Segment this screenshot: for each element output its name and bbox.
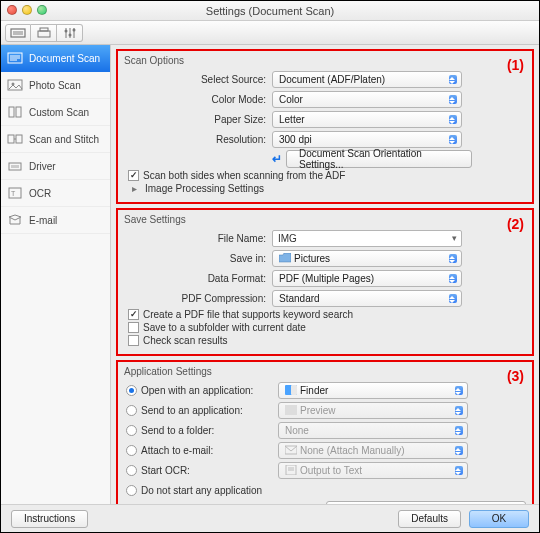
svg-rect-18: [8, 135, 14, 143]
label-do-not-start: Do not start any application: [141, 485, 262, 496]
minimize-icon[interactable]: [22, 5, 32, 15]
mail-icon: [285, 445, 297, 455]
label-paper-size: Paper Size:: [124, 114, 272, 125]
section-title: Save Settings: [124, 214, 526, 225]
label-send-to-folder: Send to a folder:: [141, 425, 214, 436]
radio-open-with-app[interactable]: [126, 385, 137, 396]
label-image-processing: Image Processing Settings: [145, 183, 264, 194]
select-send-to-app[interactable]: Preview: [278, 402, 468, 419]
footer: Instructions Defaults OK: [1, 504, 539, 532]
section-application-settings: Application Settings (3) Open with an ap…: [116, 360, 534, 505]
section-scan-options: Scan Options (1) Select Source: Document…: [116, 49, 534, 204]
toolbar-sliders-icon[interactable]: [57, 24, 83, 42]
label-file-name: File Name:: [124, 233, 272, 244]
select-source[interactable]: Document (ADF/Platen): [272, 71, 462, 88]
select-color-mode[interactable]: Color: [272, 91, 462, 108]
ok-button[interactable]: OK: [469, 510, 529, 528]
callout-2: (2): [507, 216, 524, 232]
sidebar-item-custom-scan[interactable]: Custom Scan: [1, 99, 110, 126]
sidebar-item-photo-scan[interactable]: Photo Scan: [1, 72, 110, 99]
sidebar-item-label: Custom Scan: [29, 107, 89, 118]
svg-rect-22: [11, 165, 19, 168]
sidebar-item-label: Driver: [29, 161, 56, 172]
svg-rect-3: [40, 28, 48, 31]
toolbar-printer-icon[interactable]: [31, 24, 57, 42]
window-controls: [7, 5, 47, 15]
select-paper-size[interactable]: Letter: [272, 111, 462, 128]
checkbox-keyword-search[interactable]: [128, 309, 139, 320]
preview-icon: [285, 405, 297, 415]
svg-rect-26: [291, 385, 297, 395]
section-title: Application Settings: [124, 366, 526, 377]
instructions-button[interactable]: Instructions: [11, 510, 88, 528]
label-keyword-search: Create a PDF file that supports keyword …: [143, 309, 353, 320]
select-resolution[interactable]: 300 dpi: [272, 131, 462, 148]
main-pane: Scan Options (1) Select Source: Document…: [111, 45, 539, 505]
label-select-source: Select Source:: [124, 74, 272, 85]
titlebar: Settings (Document Scan): [1, 1, 539, 21]
defaults-button[interactable]: Defaults: [398, 510, 461, 528]
select-save-in[interactable]: Pictures: [272, 250, 462, 267]
label-color-mode: Color Mode:: [124, 94, 272, 105]
sidebar-item-document-scan[interactable]: Document Scan: [1, 45, 110, 72]
sidebar-item-scan-stitch[interactable]: Scan and Stitch: [1, 126, 110, 153]
toolbar: [1, 21, 539, 45]
select-send-to-folder[interactable]: None: [278, 422, 468, 439]
sidebar-item-label: OCR: [29, 188, 51, 199]
radio-send-to-folder[interactable]: [126, 425, 137, 436]
sidebar-item-label: Photo Scan: [29, 80, 81, 91]
text-icon: [285, 465, 297, 475]
callout-3: (3): [507, 368, 524, 384]
folder-icon: [279, 253, 291, 263]
label-start-ocr: Start OCR:: [141, 465, 190, 476]
radio-attach-email[interactable]: [126, 445, 137, 456]
svg-rect-27: [285, 405, 297, 415]
checkbox-check-results[interactable]: [128, 335, 139, 346]
close-icon[interactable]: [7, 5, 17, 15]
sidebar-item-driver[interactable]: Driver: [1, 153, 110, 180]
label-attach-email: Attach to e-mail:: [141, 445, 213, 456]
select-start-ocr[interactable]: Output to Text: [278, 462, 468, 479]
window-title: Settings (Document Scan): [206, 5, 334, 17]
label-check-results: Check scan results: [143, 335, 227, 346]
orientation-settings-button[interactable]: Document Scan Orientation Settings...: [286, 150, 472, 168]
label-open-with-app: Open with an application:: [141, 385, 253, 396]
return-icon: ↵: [272, 152, 282, 166]
sidebar-item-label: Scan and Stitch: [29, 134, 99, 145]
disclosure-triangle-icon[interactable]: ▸: [132, 183, 137, 194]
svg-rect-1: [13, 31, 23, 35]
label-pdf-compression: PDF Compression:: [124, 293, 272, 304]
finder-icon: [285, 385, 297, 395]
sidebar-item-ocr[interactable]: T OCR: [1, 180, 110, 207]
sidebar: Document Scan Photo Scan Custom Scan Sca…: [1, 45, 111, 505]
label-save-in: Save in:: [124, 253, 272, 264]
sidebar-item-label: E-mail: [29, 215, 57, 226]
toolbar-scan-icon[interactable]: [5, 24, 31, 42]
svg-point-9: [72, 28, 75, 31]
svg-rect-16: [9, 107, 14, 117]
zoom-icon[interactable]: [37, 5, 47, 15]
checkbox-subfolder-date[interactable]: [128, 322, 139, 333]
input-file-name[interactable]: IMG: [272, 230, 462, 247]
select-pdf-compression[interactable]: Standard: [272, 290, 462, 307]
sidebar-item-label: Document Scan: [29, 53, 100, 64]
label-send-to-app: Send to an application:: [141, 405, 243, 416]
svg-text:T: T: [11, 190, 16, 197]
label-data-format: Data Format:: [124, 273, 272, 284]
select-open-with-app[interactable]: Finder: [278, 382, 468, 399]
svg-rect-19: [16, 135, 22, 143]
radio-do-not-start[interactable]: [126, 485, 137, 496]
radio-send-to-app[interactable]: [126, 405, 137, 416]
select-attach-email[interactable]: None (Attach Manually): [278, 442, 468, 459]
svg-rect-17: [16, 107, 21, 117]
select-data-format[interactable]: PDF (Multiple Pages): [272, 270, 462, 287]
label-resolution: Resolution:: [124, 134, 272, 145]
svg-rect-2: [38, 31, 50, 37]
label-subfolder-date: Save to a subfolder with current date: [143, 322, 306, 333]
section-save-settings: Save Settings (2) File Name: IMG Save in…: [116, 208, 534, 356]
radio-start-ocr[interactable]: [126, 465, 137, 476]
section-title: Scan Options: [124, 55, 526, 66]
svg-point-7: [64, 29, 67, 32]
checkbox-scan-both-sides[interactable]: [128, 170, 139, 181]
sidebar-item-email[interactable]: E-mail: [1, 207, 110, 234]
